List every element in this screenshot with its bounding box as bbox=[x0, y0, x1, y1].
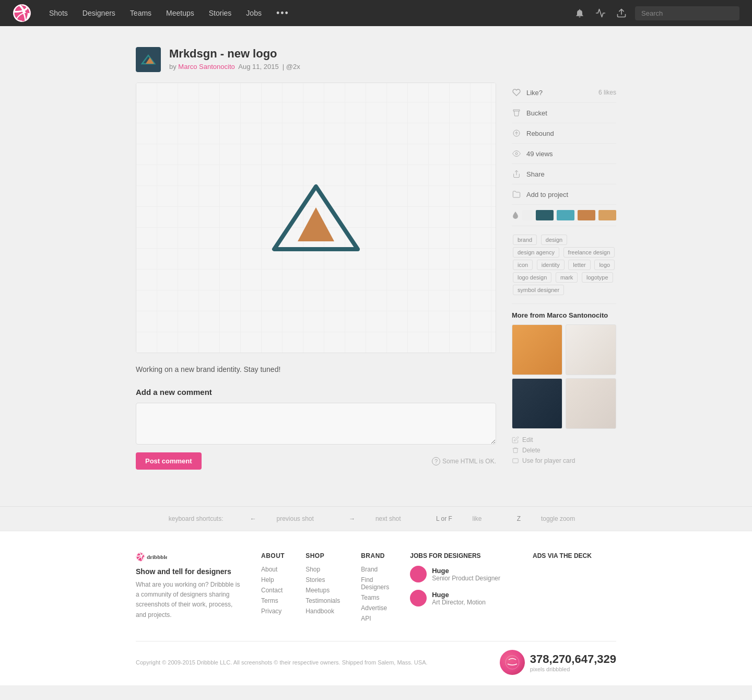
shot-image-wrapper bbox=[136, 83, 496, 353]
tag-identity[interactable]: identity bbox=[537, 260, 565, 270]
like-shortcut[interactable]: L or F like bbox=[428, 515, 492, 522]
delete-link[interactable]: Delete bbox=[512, 447, 616, 454]
tag-logo[interactable]: logo bbox=[594, 260, 615, 270]
tag-logotype[interactable]: logotype bbox=[582, 272, 613, 283]
tag-design[interactable]: design bbox=[541, 235, 567, 245]
footer-link-stories[interactable]: Stories bbox=[306, 576, 340, 584]
more-thumb-2[interactable] bbox=[566, 324, 616, 375]
footer-link-terms[interactable]: Terms bbox=[261, 597, 285, 604]
tag-letter[interactable]: letter bbox=[568, 260, 590, 270]
footer-link-find-designers[interactable]: Find Designers bbox=[361, 576, 389, 591]
pixels-label: pixels dribbbled bbox=[530, 666, 616, 672]
nav-meetups[interactable]: Meetups bbox=[159, 0, 202, 26]
footer-col-shop: Shop Shop Stories Meetups Testimonials H… bbox=[306, 552, 340, 625]
tag-symbol-designer[interactable]: symbol designer bbox=[513, 285, 564, 295]
tag-brand[interactable]: brand bbox=[513, 235, 537, 245]
like-label: Like? bbox=[526, 89, 593, 97]
color-swatch-4[interactable] bbox=[578, 210, 595, 220]
next-shortcut[interactable]: → next shot bbox=[340, 515, 411, 522]
comment-section: Add a new comment Post comment ? Some HT… bbox=[136, 388, 496, 470]
footer-link-meetups[interactable]: Meetups bbox=[306, 587, 340, 594]
author-avatar[interactable] bbox=[136, 47, 161, 72]
pixels-ball-icon bbox=[504, 655, 520, 670]
tag-icon[interactable]: icon bbox=[513, 260, 533, 270]
player-card-link[interactable]: Use for player card bbox=[512, 457, 616, 464]
copyright: Copyright © 2009-2015 Dribbble LLC. All … bbox=[136, 659, 428, 666]
share-icon bbox=[512, 169, 521, 179]
color-swatch-1[interactable] bbox=[522, 210, 533, 220]
bucket-action[interactable]: Bucket bbox=[512, 103, 616, 123]
notification-icon[interactable] bbox=[572, 6, 587, 20]
nav-stories[interactable]: Stories bbox=[202, 0, 239, 26]
post-comment-button[interactable]: Post comment bbox=[136, 452, 202, 470]
zoom-key: Z bbox=[517, 515, 521, 522]
prev-key: ← bbox=[250, 515, 256, 522]
footer-link-brand[interactable]: Brand bbox=[361, 566, 389, 573]
prev-shortcut[interactable]: ← previous shot bbox=[242, 515, 324, 522]
main-content: Mrkdsgn - new logo by Marco Santonocito … bbox=[125, 26, 627, 506]
tags-section: brand design design agency freelance des… bbox=[512, 226, 616, 304]
shot-zoom[interactable]: @2x bbox=[286, 63, 300, 71]
nav-teams[interactable]: Teams bbox=[123, 0, 159, 26]
job-item-1[interactable]: Huge Senior Product Designer bbox=[410, 566, 512, 582]
footer-link-teams[interactable]: Teams bbox=[361, 594, 389, 601]
shot-meta: by Marco Santonocito Aug 11, 2015 | @2x bbox=[169, 63, 300, 71]
footer-link-contact[interactable]: Contact bbox=[261, 587, 285, 594]
shot-title-block: Mrkdsgn - new logo by Marco Santonocito … bbox=[169, 47, 300, 71]
help-icon: ? bbox=[432, 457, 440, 465]
shot-header: Mrkdsgn - new logo by Marco Santonocito … bbox=[136, 47, 616, 72]
footer-link-about[interactable]: About bbox=[261, 566, 285, 573]
footer-link-help[interactable]: Help bbox=[261, 576, 285, 584]
eye-icon bbox=[512, 149, 521, 158]
dribbble-logo[interactable] bbox=[13, 4, 31, 22]
color-drop-icon bbox=[512, 212, 519, 219]
shot-image-canvas[interactable] bbox=[136, 83, 496, 353]
pixels-ball bbox=[500, 650, 525, 675]
prev-label: previous shot bbox=[276, 515, 313, 522]
shot-description: Working on a new brand identity. Stay tu… bbox=[136, 364, 496, 375]
more-from-grid bbox=[512, 324, 616, 429]
footer-link-handbook[interactable]: Handbook bbox=[306, 608, 340, 615]
footer-description: What are you working on? Dribbble is a c… bbox=[136, 580, 240, 620]
activity-icon[interactable] bbox=[593, 6, 608, 20]
footer-inner: dribbble Show and tell for designers Wha… bbox=[125, 552, 627, 675]
svg-text:dribbble: dribbble bbox=[147, 554, 167, 560]
nav-more[interactable]: ••• bbox=[269, 0, 297, 26]
nav-designers[interactable]: Designers bbox=[75, 0, 123, 26]
nav-shots[interactable]: Shots bbox=[42, 0, 75, 26]
like-key: L or F bbox=[436, 515, 452, 522]
footer-col-brand: Brand Brand Find Designers Teams Adverti… bbox=[361, 552, 389, 625]
footer-link-api[interactable]: API bbox=[361, 615, 389, 622]
nav-jobs[interactable]: Jobs bbox=[239, 0, 269, 26]
rebound-action[interactable]: Rebound bbox=[512, 123, 616, 144]
edit-link[interactable]: Edit bbox=[512, 436, 616, 444]
footer-link-advertise[interactable]: Advertise bbox=[361, 604, 389, 612]
upload-icon[interactable] bbox=[614, 6, 629, 20]
tag-logo-design[interactable]: logo design bbox=[513, 272, 551, 283]
more-thumb-1[interactable] bbox=[512, 324, 562, 375]
share-action[interactable]: Share bbox=[512, 164, 616, 184]
color-swatch-3[interactable] bbox=[557, 210, 574, 220]
tag-freelance-design[interactable]: freelance design bbox=[563, 247, 615, 258]
more-thumb-3[interactable] bbox=[512, 378, 562, 429]
zoom-shortcut[interactable]: Z toggle zoom bbox=[509, 515, 583, 522]
footer-brand: dribbble Show and tell for designers Wha… bbox=[136, 552, 240, 625]
more-thumb-4[interactable] bbox=[566, 378, 616, 429]
footer-link-privacy[interactable]: Privacy bbox=[261, 608, 285, 615]
job-info-1: Huge Senior Product Designer bbox=[432, 567, 500, 582]
tag-design-agency[interactable]: design agency bbox=[513, 247, 559, 258]
like-action[interactable]: Like? 6 likes bbox=[512, 83, 616, 103]
footer-link-testimonials[interactable]: Testimonials bbox=[306, 597, 340, 604]
footer-logo[interactable]: dribbble bbox=[136, 552, 240, 563]
comment-input[interactable] bbox=[136, 403, 496, 445]
job-item-2[interactable]: Huge Art Director, Motion bbox=[410, 590, 512, 606]
tag-mark[interactable]: mark bbox=[556, 272, 578, 283]
add-project-action[interactable]: Add to project bbox=[512, 184, 616, 205]
footer-link-shop[interactable]: Shop bbox=[306, 566, 340, 573]
footer-bottom: Copyright © 2009-2015 Dribbble LLC. All … bbox=[136, 641, 616, 675]
color-swatch-5[interactable] bbox=[598, 210, 616, 220]
search-input[interactable] bbox=[635, 6, 739, 20]
color-swatch-2[interactable] bbox=[536, 210, 554, 220]
html-note: ? Some HTML is OK. bbox=[432, 457, 496, 465]
author-link[interactable]: Marco Santonocito bbox=[178, 63, 234, 71]
